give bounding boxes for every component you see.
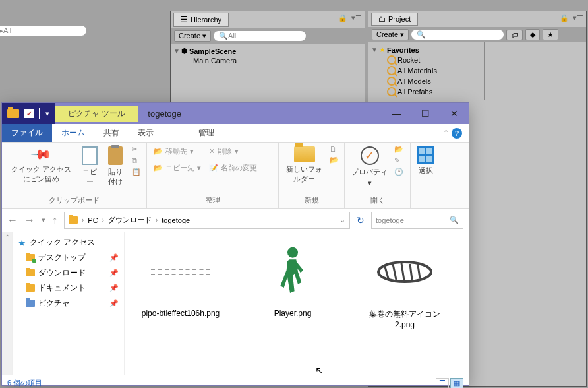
hierarchy-search[interactable]: 🔍All [214,31,306,41]
paste-shortcut-icon[interactable]: 📋 [132,168,141,176]
lock-icon[interactable]: 🔒 [338,14,347,22]
saved-search[interactable]: All Models [368,76,484,86]
project-search[interactable]: 🔍 [411,30,504,40]
favorites-row[interactable]: ▼★ Favorites [368,45,484,55]
pictures-icon [26,300,35,307]
qat-divider[interactable] [39,108,40,119]
quick-access-header[interactable]: ★クイック アクセス [15,235,121,250]
move-icon: 📂 [154,147,163,156]
panel-menu-icon[interactable]: ▾☰ [573,14,583,22]
picture-tools-tab[interactable]: ピクチャ ツール [55,106,138,122]
svg-point-0 [287,247,298,258]
folder-icon [69,216,78,224]
file-name: pipo-btleffect106h.png [138,309,223,318]
details-view-button[interactable]: ☰ [436,378,449,389]
sidebar-downloads[interactable]: ダウンロード📌 [15,265,121,280]
hierarchy-tab[interactable]: ☰ Hierarchy [173,13,229,27]
cut-icon[interactable]: ✂ [132,145,141,154]
rename-button: 📝名前の変更 [208,162,258,174]
desktop-icon [26,254,35,261]
file-tab[interactable]: ファイル [2,124,52,142]
status-text: 6 個の項目 [7,378,42,388]
search-icon [387,87,396,96]
pin-icon: 📌 [109,299,119,307]
address-dropdown[interactable]: ⌄ [339,216,345,224]
home-tab[interactable]: ホーム [52,124,94,142]
help-icon[interactable]: ? [452,128,462,139]
easy-access-icon[interactable]: 📂 [330,156,339,164]
qat-check-icon[interactable]: ✓ [24,109,34,118]
file-item[interactable]: 葉巻の無料アイコン2.png [362,239,448,329]
search-icon [387,66,396,75]
up-button[interactable]: ↑ [52,214,57,226]
project-tab[interactable]: 🗀 Project [371,13,418,26]
file-item[interactable]: Player.png [250,239,336,318]
explorer-search[interactable]: togetoge🔍 [371,212,463,229]
search-icon: 🔍 [450,216,459,224]
panel-menu-icon[interactable]: ▾☰ [351,14,362,22]
maximize-button[interactable]: ☐ [411,103,440,124]
select-button[interactable]: 選択 [416,145,436,177]
star-icon: ★ [18,238,26,248]
saved-search[interactable]: All Materials [368,65,484,76]
saved-search[interactable]: All Prefabs [368,86,484,97]
paste-icon [108,146,123,165]
delete-icon: ✕ [209,147,215,156]
search-icon [387,55,396,65]
filter-icon[interactable]: 🏷 [506,30,523,40]
collapse-ribbon-icon[interactable]: ⌃ [443,129,449,137]
file-item[interactable]: pipo-btleffect106h.png [138,239,223,318]
refresh-button[interactable]: ↻ [357,215,365,226]
copy-button[interactable]: コピー [80,145,99,188]
recent-locations[interactable]: ▾ [42,216,45,224]
file-name: 葉巻の無料アイコン2.png [362,309,448,329]
back-button[interactable]: ← [7,214,18,226]
file-name: Player.png [250,309,336,318]
sidebar-pictures[interactable]: ピクチャ📌 [15,296,121,311]
group-label: クリップボード [7,195,141,205]
pin-to-quick-access[interactable]: 📌クイック アクセスにピン留め [7,145,75,185]
saved-search[interactable]: Rocket [368,55,484,65]
breadcrumb[interactable]: ダウンロード [108,215,152,225]
qat-dropdown[interactable]: ▾ [45,110,49,118]
player-thumbnail [260,239,326,305]
breadcrumb[interactable]: togetoge [162,216,190,224]
paste-button[interactable]: 貼り付け [104,145,127,188]
hierarchy-create[interactable]: Create ▾ [174,30,211,42]
scroll-up-icon[interactable]: ⌃ [5,234,10,241]
group-label: 新規 [284,195,339,205]
properties-button[interactable]: ✓プロパティ ▾ [350,145,389,189]
view-tab[interactable]: 表示 [129,124,163,142]
share-tab[interactable]: 共有 [94,124,129,142]
minimize-button[interactable]: — [382,103,411,124]
folder-icon[interactable] [7,109,19,118]
project-create[interactable]: Create ▾ [372,29,409,40]
save-search-icon[interactable]: ★ [543,29,558,40]
camera-row[interactable]: Main Camera [171,56,365,65]
pin-icon: 📌 [109,253,119,262]
new-folder-button[interactable]: 新しいフォルダー [284,145,324,185]
lock-icon[interactable]: 🔒 [560,14,569,22]
effect-thumbnail [151,269,210,275]
edit-icon[interactable]: ✎ [394,156,403,165]
open-icon[interactable]: 📂 [394,145,403,154]
thumbnails-view-button[interactable]: ▦ [450,378,463,389]
pin-icon: 📌 [109,269,119,277]
forward-button[interactable]: → [24,214,35,226]
new-item-icon[interactable]: 🗋 [330,145,339,153]
breadcrumb[interactable]: PC [88,216,98,224]
copy-icon [82,146,98,165]
copy-path-icon[interactable]: ⧉ [132,156,141,165]
history-icon[interactable]: 🕑 [394,168,403,176]
downloads-icon [26,269,35,276]
scene-row[interactable]: ▼⬢ SampleScene [171,46,365,56]
address-bar[interactable]: › PC› ダウンロード› togetoge ⌄ [64,212,350,229]
copy-to-button: 📂コピー先 ▾ [152,162,202,174]
folder-icon: 🗀 [378,15,386,23]
filter-type-icon[interactable]: ◆ [525,29,540,40]
manage-tab[interactable]: 管理 [189,124,223,142]
sidebar-desktop[interactable]: デスクトップ📌 [15,250,121,265]
scene-search[interactable]: ▸All [0,26,86,36]
sidebar-documents[interactable]: ドキュメント📌 [15,280,121,296]
close-button[interactable]: ✕ [440,103,469,124]
